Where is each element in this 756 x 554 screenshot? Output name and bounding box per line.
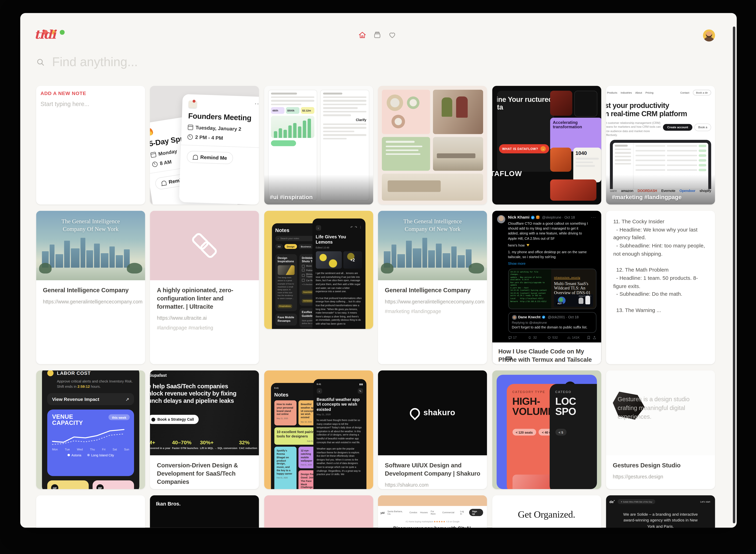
- bookmark-card-ultracite[interactable]: A highly opinionated, zero-configuration…: [150, 211, 259, 364]
- bookmark-card-supafast[interactable]: Supafast e help SaaS/Tech companies nloc…: [150, 371, 259, 489]
- site-nav: ProductsIndustriesAboutPricing ContactBo…: [606, 86, 715, 96]
- bookmark-card-gic[interactable]: The General IntelligenceCompany Of New Y…: [36, 211, 145, 364]
- text-note-card[interactable]: 11. The Cocky Insider - Headline: We kno…: [606, 211, 715, 364]
- hero-ctas: Create account Book a: [663, 123, 711, 131]
- zoom-button[interactable]: [60, 30, 64, 35]
- notes-app-shot-card[interactable]: Notes ⌕Search your notes All Design Busi…: [264, 211, 373, 329]
- reminder-widgets-card[interactable]: 5-Day Sprint Monday 8 AM Remind Me ··· F…: [150, 86, 259, 205]
- share-icon: [592, 336, 596, 339]
- bell-icon: [193, 155, 198, 159]
- badge-icon: [536, 216, 540, 219]
- chart-days: MonTueWedThuFriSatSun: [52, 448, 129, 451]
- note-input[interactable]: Start typing here...: [41, 101, 145, 108]
- app-window: tidi ADD A NEW NOTE Start typing here...…: [20, 13, 737, 528]
- blank-card[interactable]: [36, 495, 145, 528]
- reminder-date: Tuesday, January 2: [195, 125, 241, 131]
- local-spot-card: CATEGO LOC SPO < 5: [549, 384, 597, 489]
- reply-text: Don't forget to add the domain to public…: [512, 325, 592, 330]
- like-icon: [547, 336, 551, 339]
- bookmark-card-shakuro[interactable]: shakuro Software UI/UX Design and Develo…: [378, 371, 487, 489]
- category-cards-shot[interactable]: CATEGORY TYPE HIGH-VOLUME < 120 seats < …: [492, 371, 601, 489]
- food-collage-card[interactable]: [378, 86, 487, 205]
- reply-handle: @dok2001 · Oct 18: [548, 315, 579, 319]
- card-tags: #marketing #landingpage: [612, 194, 682, 201]
- tweet-text: Cloudflare CTO made a good callout on so…: [508, 221, 588, 241]
- tweet-screenshot: Nick Khami @skeptrune · Oct 18 Cloudflar…: [492, 211, 601, 342]
- reply-author: Dane Knecht: [518, 315, 540, 319]
- revenue-impact-button: View Revenue Impact↗: [47, 393, 134, 405]
- cta-chip: [271, 140, 296, 146]
- clock-icon: [187, 134, 193, 140]
- signup-button: Sign up: [469, 509, 483, 516]
- venue-capacity-panel: VENUE CAPACITY this week MonTueWedThuFri…: [47, 410, 134, 476]
- gestures-hero-image: Gestures is a design studio crafting mea…: [606, 371, 715, 455]
- bookmark-title: General Intelligence Company: [43, 286, 138, 295]
- venue-dashboard-card[interactable]: LABOR COST Approve critical alerts and c…: [36, 371, 145, 489]
- collage-tile: [550, 148, 571, 172]
- tweet-bookmark-card[interactable]: Nick Khami @skeptrune · Oct 18 Cloudflar…: [492, 211, 601, 364]
- site-nav: yAl Santa Barbara, Ca. CondosHousesFor R…: [378, 506, 487, 516]
- solide-logo: de˚: [609, 499, 615, 504]
- clock-icon: [152, 161, 158, 167]
- terminal-screenshot: 14:22:11 watching for file changes... up…: [509, 269, 551, 309]
- collections-icon[interactable]: [373, 31, 381, 39]
- scrollbar-thumb[interactable]: [733, 26, 735, 523]
- home-icon[interactable]: [358, 31, 366, 39]
- rating-line: #1 Home buying marketplace ★★★★★ 4.8 on …: [378, 520, 487, 523]
- remind-me-button: Remind Me: [187, 151, 234, 164]
- hero-text: Gestures is a design studio crafting mea…: [618, 395, 699, 421]
- show-more-link[interactable]: Show more: [508, 261, 596, 266]
- hero-headline: e help SaaS/Tech companies nlock revenue…: [150, 383, 244, 405]
- crm-landing-card[interactable]: ProductsIndustriesAboutPricing ContactBo…: [606, 86, 715, 205]
- search-input[interactable]: [51, 54, 439, 70]
- headline: Get Organized.: [518, 509, 575, 520]
- bookmark-tags: #landingpage #marketing: [157, 325, 252, 330]
- chart-legend: Astoria Long Island City: [52, 453, 129, 457]
- get-organized-card[interactable]: Get Organized.: [492, 495, 601, 528]
- phone-mockup-detail: ‹↶↷⋮ Life Gives You Lemons Edited 10:48 …: [312, 219, 365, 329]
- point-down-emoji: [526, 244, 529, 246]
- dashboard-screenshot: LABOR COST Approve critical alerts and c…: [42, 371, 139, 489]
- create-account-button: Create account: [663, 124, 693, 131]
- top-nav: [358, 31, 396, 39]
- reminder-front-card: ··· Founders Meeting Tuesday, January 2 …: [179, 94, 259, 204]
- note-text: 11. The Cocky Insider - Headline: We kno…: [606, 211, 715, 321]
- bookmark-card-solide[interactable]: de˚ ✦ Solide Wins FWA Site of the Day Le…: [606, 495, 715, 528]
- link-placeholder-image: [150, 211, 259, 280]
- skyline-illustration: [378, 238, 487, 268]
- lemons-photo: +2: [343, 252, 362, 269]
- tweet-handle: @skeptrune · Oct 18: [542, 215, 575, 219]
- alt-badge: ALT: [556, 302, 563, 305]
- shakuro-mark-icon: [408, 406, 422, 420]
- ikan-bros-card[interactable]: Ikan Bros.: [150, 495, 259, 528]
- bookmark-title: Software UI/UX Design and Development Co…: [385, 461, 480, 478]
- dataflow-brand: TAFLOW: [492, 169, 522, 177]
- bookmark-card-gestures[interactable]: Gestures is a design studio crafting mea…: [606, 371, 715, 489]
- bookmark-card-gic[interactable]: The General IntelligenceCompany Of New Y…: [378, 211, 487, 364]
- bookmark-card-cityai[interactable]: yAl Santa Barbara, Ca. CondosHousesFor R…: [378, 495, 487, 528]
- arrow-up-right-icon: ↗: [126, 397, 129, 402]
- notes-weather-shot-card[interactable]: 9:41▮▮▮ Notes ⌕ How to make your persona…: [264, 371, 373, 489]
- dataflow-collage-card[interactable]: mline Your ructured Data WHAT IS DATAFLO…: [492, 86, 601, 205]
- shift-timer: 2:59:12: [77, 384, 90, 389]
- add-note-card[interactable]: ADD A NEW NOTE Start typing here...: [36, 86, 145, 205]
- user-avatar[interactable]: [703, 30, 715, 42]
- phone-mockup-detail: 9:41▮▮▮ ‹✎ Beautiful weather app UI conc…: [313, 379, 366, 489]
- views-icon: [567, 336, 571, 339]
- skyline-illustration: [36, 238, 145, 268]
- tweet-more-icon: ···: [591, 215, 596, 219]
- collage-tile: Accelerating transformation: [550, 118, 601, 152]
- bookmark-icon: [586, 336, 590, 339]
- pink-card[interactable]: [264, 495, 373, 528]
- article-screenshot: infrastructure security Multi-Tenant Saa…: [551, 269, 596, 309]
- seats-pill: < 120 seats: [512, 429, 536, 436]
- bookmark-url: https://www.generalintelligencecompany.c…: [385, 299, 480, 304]
- reply-avatar: [512, 315, 517, 320]
- ui-inspiration-card[interactable]: 480h $500k $2.12m Clarify: [264, 86, 373, 205]
- heart-icon[interactable]: [388, 31, 396, 39]
- collage-tile: [574, 91, 597, 117]
- verified-icon: [531, 215, 535, 219]
- fire-emoji: [150, 128, 154, 136]
- bookmark-title: Conversion-Driven Design & Development f…: [157, 461, 252, 486]
- hero-banner: [378, 495, 487, 506]
